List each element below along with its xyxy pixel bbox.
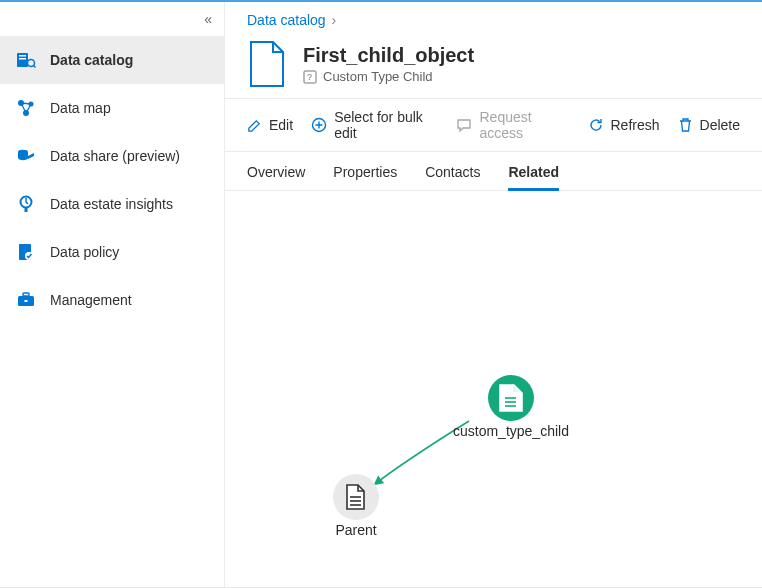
sidebar-item-data-share[interactable]: Data share (preview) [0, 132, 224, 180]
svg-line-4 [34, 66, 36, 68]
main-content: Data catalog › First_child_object ? [225, 2, 762, 587]
policy-icon [16, 242, 36, 262]
map-icon [16, 98, 36, 118]
edit-label: Edit [269, 117, 293, 133]
svg-rect-18 [25, 300, 28, 302]
sidebar-item-label: Data estate insights [50, 196, 173, 212]
node-label: custom_type_child [453, 423, 569, 439]
svg-point-3 [28, 60, 35, 67]
request-label: Request access [479, 109, 569, 141]
toolbar: Edit Select for bulk edit Request access… [225, 99, 762, 151]
breadcrumb: Data catalog › [225, 2, 762, 34]
page-title: First_child_object [303, 44, 474, 67]
sidebar-item-data-catalog[interactable]: Data catalog [0, 36, 224, 84]
sidebar-item-label: Management [50, 292, 132, 308]
share-icon [16, 146, 36, 166]
bulk-edit-button[interactable]: Select for bulk edit [311, 109, 438, 141]
plus-circle-icon [311, 117, 327, 133]
tab-overview[interactable]: Overview [247, 156, 305, 191]
node-circle [333, 474, 379, 520]
comment-icon [456, 117, 472, 133]
sidebar-item-data-estate-insights[interactable]: Data estate insights [0, 180, 224, 228]
insights-icon [16, 194, 36, 214]
tab-contacts[interactable]: Contacts [425, 156, 480, 191]
collapse-sidebar-button[interactable]: « [0, 2, 224, 36]
delete-button[interactable]: Delete [678, 117, 740, 133]
page-subtitle: Custom Type Child [323, 69, 433, 84]
chevron-right-icon: › [332, 12, 337, 28]
chevron-double-left-icon: « [204, 11, 212, 27]
type-icon: ? [303, 70, 317, 84]
request-access-button: Request access [456, 109, 569, 141]
breadcrumb-root[interactable]: Data catalog [247, 12, 326, 28]
svg-rect-1 [19, 55, 26, 57]
tabs: Overview Properties Contacts Related [225, 152, 762, 191]
svg-rect-2 [19, 58, 26, 60]
relationship-graph[interactable]: custom_type_child Parent [225, 191, 762, 587]
page-header: First_child_object ? Custom Type Child [225, 34, 762, 98]
trash-icon [678, 117, 693, 133]
bulk-label: Select for bulk edit [334, 109, 438, 141]
svg-rect-13 [25, 208, 28, 212]
graph-node-parent[interactable]: Parent [333, 474, 379, 538]
catalog-icon [16, 50, 36, 70]
refresh-label: Refresh [611, 117, 660, 133]
sidebar-item-label: Data share (preview) [50, 148, 180, 164]
sidebar-item-label: Data catalog [50, 52, 133, 68]
file-icon [247, 40, 287, 88]
management-icon [16, 290, 36, 310]
svg-text:?: ? [307, 72, 312, 82]
delete-label: Delete [700, 117, 740, 133]
refresh-button[interactable]: Refresh [588, 117, 660, 133]
sidebar: « Data catalog [0, 2, 225, 587]
sidebar-item-data-map[interactable]: Data map [0, 84, 224, 132]
node-circle [488, 375, 534, 421]
refresh-icon [588, 117, 604, 133]
sidebar-item-management[interactable]: Management [0, 276, 224, 324]
sidebar-item-data-policy[interactable]: Data policy [0, 228, 224, 276]
tab-properties[interactable]: Properties [333, 156, 397, 191]
graph-node-child[interactable]: custom_type_child [453, 375, 569, 439]
sidebar-item-label: Data map [50, 100, 111, 116]
pencil-icon [247, 118, 262, 133]
tab-related[interactable]: Related [508, 156, 559, 191]
svg-rect-17 [23, 293, 29, 296]
node-label: Parent [335, 522, 376, 538]
sidebar-item-label: Data policy [50, 244, 119, 260]
edit-button[interactable]: Edit [247, 117, 293, 133]
